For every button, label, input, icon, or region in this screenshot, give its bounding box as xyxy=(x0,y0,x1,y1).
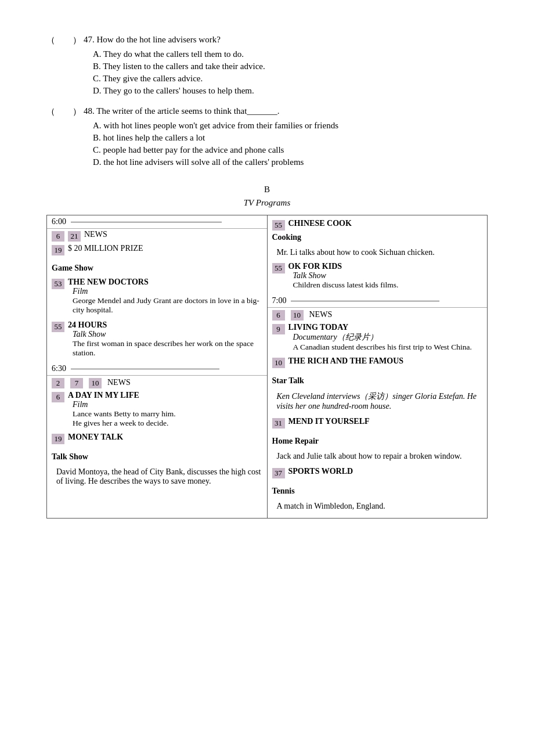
program-19-million: 19 $ 20 MILLION PRIZE xyxy=(47,243,267,257)
program-day-in-life: 6 A DAY IN MY LIFE Film Lance wants Bett… xyxy=(47,390,267,429)
program-news-6-10: 6 10 NEWS xyxy=(268,308,488,322)
genre-day-in-life: Film xyxy=(73,400,176,409)
desc-new-doctors: George Mendel and Judy Grant are doctors… xyxy=(73,296,262,315)
cooking-block: Cooking xyxy=(268,232,488,246)
title-ok-for-kids: OK FOR KIDS xyxy=(288,262,399,271)
genre-24-hours: Talk Show xyxy=(73,330,262,339)
genre-living-today: Documentary（纪录片） xyxy=(293,332,472,343)
badge-10-rich: 10 xyxy=(272,358,285,368)
title-living-today: LIVING TODAY xyxy=(288,323,472,332)
tennis-block: Tennis xyxy=(268,485,488,499)
homerepair-desc: Jack and Julie talk about how to repair … xyxy=(268,449,488,466)
question-47: （ ） 47. How do the hot line advisers wor… xyxy=(46,35,488,96)
badge-53: 53 xyxy=(52,279,64,289)
title-mend-yourself: MEND IT YOURSELF xyxy=(288,417,370,426)
category-talkshow-left: Talk Show xyxy=(52,452,88,461)
badge-55a: 55 xyxy=(52,322,64,332)
program-news-6-21: 6 21 NEWS xyxy=(47,229,267,243)
tv-left-column: 6:00 6 21 NEWS 19 $ 20 MILLION PRIZE Gam… xyxy=(47,215,268,519)
talkshow-block-left: Talk Show xyxy=(47,451,267,465)
startalk-block: Star Talk xyxy=(268,375,488,389)
title-sports-world: SPORTS WORLD xyxy=(288,467,353,476)
option-48-c: C. people had better pay for the advice … xyxy=(93,145,488,155)
talkshow-desc-left: David Montoya, the head of City Bank, di… xyxy=(47,465,267,493)
title-news-700: NEWS xyxy=(309,310,333,319)
section-title: B xyxy=(46,185,488,195)
program-mend-yourself: 31 MEND IT YOURSELF xyxy=(268,416,488,430)
question-48-options: A. with hot lines people won't get advic… xyxy=(93,121,488,167)
title-chinese-cook: CHINESE COOK xyxy=(288,219,352,228)
title-24-hours: 24 HOURS xyxy=(68,321,262,330)
badge-10a: 10 xyxy=(89,378,102,388)
question-48: （ ） 48. The writer of the article seems … xyxy=(46,106,488,167)
question-47-options: A. They do what the callers tell them to… xyxy=(93,49,488,96)
title-new-doctors: THE NEW DOCTORS xyxy=(68,278,262,287)
option-47-a: A. They do what the callers tell them to… xyxy=(93,49,488,59)
option-47-c: C. They give the callers advice. xyxy=(93,74,488,84)
title-news-2-7-10: NEWS xyxy=(107,378,131,387)
gameshow-block: Game Show xyxy=(47,262,267,276)
badge-6: 6 xyxy=(52,231,64,242)
title-day-in-life: A DAY IN MY LIFE xyxy=(68,391,176,400)
badge-2: 2 xyxy=(52,378,64,388)
category-tennis: Tennis xyxy=(272,487,295,495)
tv-right-column: 55 CHINESE COOK Cooking Mr. Li talks abo… xyxy=(267,215,488,519)
startalk-desc: Ken Cleveland interviews（采访）singer Glori… xyxy=(268,389,488,416)
option-47-b: B. They listen to the callers and take t… xyxy=(93,62,488,71)
badge-31: 31 xyxy=(272,418,285,429)
section-subtitle: TV Programs xyxy=(46,198,488,208)
category-startalk: Star Talk xyxy=(272,376,304,385)
genre-ok-for-kids: Talk Show xyxy=(293,271,399,280)
badge-9: 9 xyxy=(272,324,285,334)
badge-6b: 6 xyxy=(52,392,64,402)
desc-ok-for-kids: Children discuss latest kids films. xyxy=(293,280,399,290)
program-sports-world: 37 SPORTS WORLD xyxy=(268,466,488,480)
program-chinese-cook: 55 CHINESE COOK xyxy=(268,215,488,232)
badge-6-700: 6 xyxy=(272,310,285,321)
program-living-today: 9 LIVING TODAY Documentary（纪录片） A Canadi… xyxy=(268,322,488,353)
badge-37: 37 xyxy=(272,468,285,478)
cooking-desc: Mr. Li talks about how to cook Sichuan c… xyxy=(268,246,488,261)
badge-55-kids: 55 xyxy=(272,263,285,273)
program-title-news1: NEWS xyxy=(84,230,107,239)
option-48-a: A. with hot lines people won't get advic… xyxy=(93,121,488,131)
program-rich-famous: 10 THE RICH AND THE FAMOUS xyxy=(268,355,488,369)
program-new-doctors: 53 THE NEW DOCTORS Film George Mendel an… xyxy=(47,276,267,316)
badge-55-cook: 55 xyxy=(272,220,285,231)
category-gameshow: Game Show xyxy=(52,264,93,272)
tv-programs-table: 6:00 6 21 NEWS 19 $ 20 MILLION PRIZE Gam… xyxy=(46,215,488,519)
badge-7: 7 xyxy=(70,378,83,388)
desc-living-today: A Canadian student describes his first t… xyxy=(293,343,472,352)
badge-10-700: 10 xyxy=(291,310,304,321)
program-news-2-7-10: 2 7 10 NEWS xyxy=(47,376,267,390)
question-48-text: 48. The writer of the article seems to t… xyxy=(84,106,488,116)
genre-new-doctors: Film xyxy=(73,287,262,296)
time-600-left: 6:00 xyxy=(47,215,267,229)
tennis-desc: A match in Wimbledon, England. xyxy=(268,499,488,518)
title-rich-famous: THE RICH AND THE FAMOUS xyxy=(288,357,404,366)
title-money-talk: MONEY TALK xyxy=(68,433,123,442)
program-money-talk: 19 MONEY TALK xyxy=(47,431,267,445)
badge-19b: 19 xyxy=(52,434,64,444)
option-48-b: B. hot lines help the callers a lot xyxy=(93,133,488,143)
program-title-million: $ 20 MILLION PRIZE xyxy=(68,244,143,253)
program-24-hours: 55 24 HOURS Talk Show The first woman in… xyxy=(47,319,267,359)
desc-24-hours: The first woman in space describes her w… xyxy=(73,339,262,358)
homerepair-block: Home Repair xyxy=(268,435,488,449)
time-630: 6:30 xyxy=(47,362,267,376)
time-700: 7:00 xyxy=(268,294,488,308)
option-47-d: D. They go to the callers' houses to hel… xyxy=(93,86,488,96)
desc-day-in-life: Lance wants Betty to marry him.He gives … xyxy=(73,409,176,428)
program-ok-for-kids: 55 OK FOR KIDS Talk Show Children discus… xyxy=(268,261,488,291)
category-homerepair: Home Repair xyxy=(272,437,319,445)
option-48-d: D. the hot line advisers will solve all … xyxy=(93,157,488,167)
badge-19a: 19 xyxy=(52,245,64,255)
question-47-text: 47. How do the hot line advisers work? xyxy=(84,35,488,45)
category-cooking: Cooking xyxy=(272,233,302,242)
badge-21: 21 xyxy=(68,231,81,242)
